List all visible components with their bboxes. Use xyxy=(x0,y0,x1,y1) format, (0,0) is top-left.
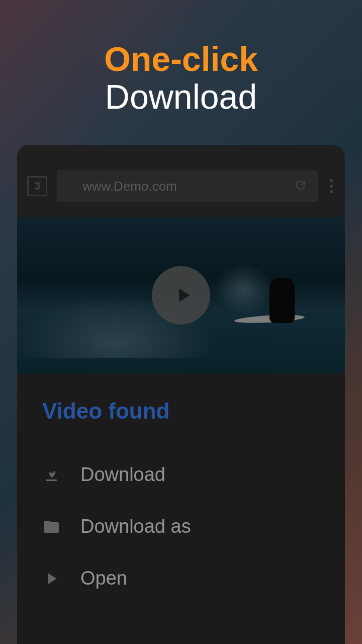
play-button[interactable] xyxy=(152,266,210,325)
tab-count-button[interactable]: 3 xyxy=(27,176,47,196)
url-text: www.Demo.com xyxy=(82,179,177,194)
device-mockup: 3 www.Demo.com Video found Download xyxy=(17,145,345,644)
promo-header: One-click Download xyxy=(0,0,362,136)
video-preview[interactable] xyxy=(17,217,345,373)
background-surfer xyxy=(269,278,295,323)
play-triangle-icon xyxy=(42,570,60,588)
action-sheet: Video found Download Download as Open xyxy=(17,373,345,644)
url-bar[interactable]: www.Demo.com xyxy=(57,170,318,202)
browser-toolbar: 3 www.Demo.com xyxy=(17,145,345,217)
open-action[interactable]: Open xyxy=(42,552,320,604)
play-icon xyxy=(171,284,195,307)
title-subtitle: Download xyxy=(20,78,342,116)
download-icon xyxy=(42,466,60,484)
menu-dots-icon[interactable] xyxy=(328,177,335,195)
reload-icon[interactable] xyxy=(294,178,308,194)
download-as-label: Download as xyxy=(80,516,191,537)
download-action[interactable]: Download xyxy=(42,449,320,501)
download-as-action[interactable]: Download as xyxy=(42,501,320,552)
download-label: Download xyxy=(80,464,165,486)
sheet-title: Video found xyxy=(42,398,320,424)
tab-count-value: 3 xyxy=(34,180,40,193)
background-splash xyxy=(214,264,274,314)
title-highlight: One-click xyxy=(20,40,342,78)
folder-icon xyxy=(42,518,60,536)
open-label: Open xyxy=(80,568,127,589)
